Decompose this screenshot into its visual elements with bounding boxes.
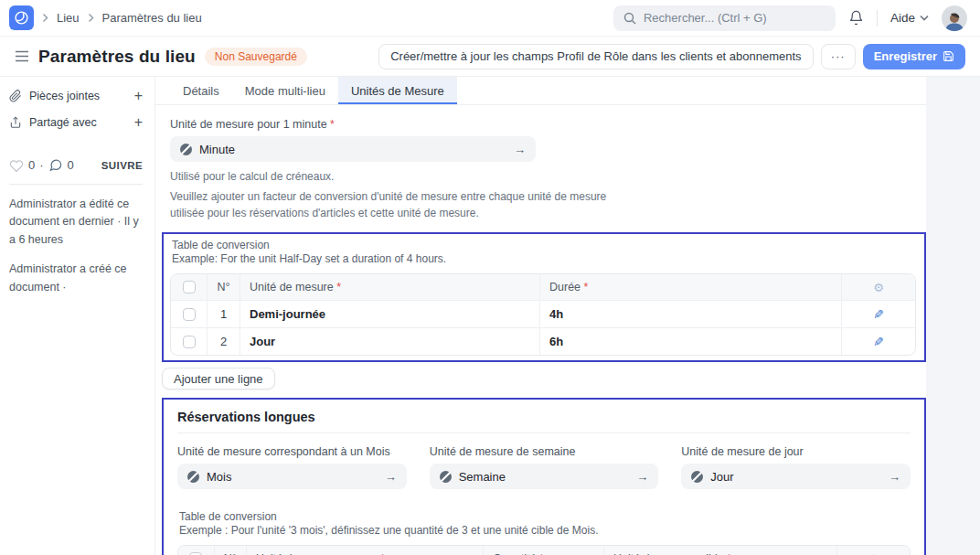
row-index: 1	[208, 301, 240, 327]
table-header-row: N° Unité de mesure * Durée * ⚙	[171, 274, 915, 301]
add-share-button[interactable]: +	[134, 115, 143, 130]
minute-uom-field[interactable]: Minute →	[170, 136, 536, 162]
uom-link-icon	[691, 471, 703, 483]
conversion-table-example: Example: For the unit Half-Day set a dur…	[172, 252, 916, 265]
navbar-divider	[877, 10, 878, 27]
breadcrumb-item-lieu[interactable]: Lieu	[57, 11, 80, 25]
sidebar-divider	[9, 184, 143, 185]
minute-uom-label: Unité de mesure pour 1 minute *	[170, 118, 911, 131]
row-checkbox[interactable]	[183, 336, 196, 348]
status-badge: Non Sauvegardé	[205, 48, 307, 66]
select-all-checkbox[interactable]	[183, 281, 196, 294]
row-index: 2	[208, 328, 240, 355]
col-duration: Durée *	[540, 274, 842, 300]
col-target-uom: Unité de mesure cible *	[604, 546, 837, 555]
table-row: 2 Jour 6h ✎	[171, 328, 915, 355]
page-background	[926, 77, 980, 555]
week-uom-field[interactable]: Semaine →	[430, 464, 659, 489]
add-attachment-button[interactable]: +	[134, 89, 143, 103]
open-link-arrow-icon[interactable]: →	[889, 470, 900, 484]
month-uom-value: Mois	[207, 470, 231, 484]
required-asterisk: *	[330, 118, 335, 131]
shared-label: Partagé avec	[29, 116, 97, 129]
month-uom-label: Unité de mesure correspondant à un Mois	[177, 445, 407, 458]
duration-cell[interactable]: 6h	[540, 328, 842, 355]
form-main: Détails Mode multi-lieu Unités de Mesure…	[155, 77, 926, 555]
top-navbar: Lieu Paramètres du lieu Aide	[0, 0, 980, 37]
share-icon	[9, 116, 22, 129]
long-conversion-table: N° Unité de mesure source * Quantité * U…	[177, 545, 911, 555]
tab-unites-de-mesure[interactable]: Unités de Mesure	[338, 77, 457, 104]
week-uom-group: Unité de mesure de semaine Semaine →	[430, 441, 659, 489]
open-link-arrow-icon[interactable]: →	[385, 470, 397, 484]
open-link-arrow-icon[interactable]: →	[636, 470, 648, 484]
attachments-label: Pièces jointes	[29, 90, 100, 102]
save-floppy-icon	[943, 50, 954, 62]
table-settings-gear-icon[interactable]: ⚙	[842, 274, 915, 300]
help-menu[interactable]: Aide	[890, 11, 929, 25]
form-tabs: Détails Mode multi-lieu Unités de Mesure	[155, 77, 926, 105]
page-title: Paramètres du lieu	[38, 47, 196, 67]
chevron-right-icon	[88, 13, 94, 23]
month-uom-group: Unité de mesure correspondant à un Mois …	[177, 441, 407, 489]
chevron-right-icon	[42, 13, 48, 23]
heart-icon[interactable]	[9, 159, 24, 172]
user-avatar[interactable]	[942, 5, 967, 31]
minute-uom-value: Minute	[199, 143, 235, 156]
save-button[interactable]: Enregistrer	[863, 44, 965, 69]
chevron-down-icon	[920, 15, 929, 21]
week-uom-label: Unité de mesure de semaine	[430, 445, 659, 458]
comment-icon[interactable]	[48, 158, 63, 172]
day-uom-label: Unité de mesure de jour	[681, 445, 911, 458]
open-link-arrow-icon[interactable]: →	[514, 143, 526, 156]
table-settings-gear-icon[interactable]: ⚙	[837, 546, 910, 555]
sidebar-toggle-icon[interactable]	[15, 50, 29, 62]
more-actions-button[interactable]: ···	[821, 44, 856, 69]
col-source-uom: Unité de mesure source *	[247, 546, 484, 555]
activity-last-edited: Administrator a édité ce document en der…	[9, 196, 143, 249]
long-reservations-title: Réservations longues	[177, 410, 911, 433]
uom-link-icon	[180, 144, 192, 155]
uom-link-icon	[187, 471, 199, 483]
follow-button[interactable]: SUIVRE	[101, 160, 143, 171]
day-uom-value: Jour	[710, 470, 733, 484]
add-row-button[interactable]: Ajouter une ligne	[162, 368, 275, 390]
create-update-fields-button[interactable]: Créer/mettre à jour les champs Profil de…	[378, 44, 813, 69]
long-reservations-box: Réservations longues Unité de mesure cor…	[162, 398, 926, 555]
uom-cell[interactable]: Demi-journée	[240, 301, 540, 327]
edit-row-pencil-icon[interactable]: ✎	[873, 307, 884, 322]
dot-separator: ·	[39, 158, 43, 172]
conversion-table-box: Table de conversion Example: For the uni…	[162, 232, 926, 362]
tab-mode-multi-lieu[interactable]: Mode multi-lieu	[232, 77, 338, 104]
page-header: Paramètres du lieu Non Sauvegardé Créer/…	[0, 37, 980, 77]
conversion-help: Veuillez ajouter un facteur de conversio…	[170, 188, 632, 221]
month-uom-field[interactable]: Mois →	[177, 464, 407, 489]
conversion-table-label: Table de conversion	[172, 239, 916, 251]
notifications-bell-icon[interactable]	[848, 10, 864, 26]
conversion-table-label-2: Table de conversion	[179, 510, 911, 523]
uom-link-icon	[440, 471, 452, 483]
day-uom-field[interactable]: Jour →	[681, 464, 911, 489]
attachments-section[interactable]: Pièces jointes +	[9, 89, 143, 103]
uom-cell[interactable]: Jour	[240, 328, 540, 355]
search-input[interactable]	[644, 11, 826, 25]
help-menu-label: Aide	[890, 11, 915, 25]
activity-created: Administrator a créé ce document ·	[9, 261, 143, 296]
global-search[interactable]	[613, 5, 836, 31]
edit-row-pencil-icon[interactable]: ✎	[873, 335, 884, 349]
paperclip-icon	[9, 90, 22, 102]
day-uom-group: Unité de mesure de jour Jour →	[681, 441, 911, 489]
conversion-table: N° Unité de mesure * Durée * ⚙ 1 Demi-jo…	[170, 273, 916, 356]
app-window: Lieu Paramètres du lieu Aide	[0, 0, 980, 555]
duration-cell[interactable]: 4h	[540, 301, 842, 327]
col-uom: Unité de mesure *	[240, 274, 540, 300]
row-checkbox[interactable]	[183, 308, 196, 321]
breadcrumb-item-parametres[interactable]: Paramètres du lieu	[102, 11, 202, 25]
document-sidebar: Pièces jointes + Partagé avec + 0	[0, 77, 155, 555]
search-icon	[623, 12, 636, 25]
tab-details[interactable]: Détails	[170, 77, 232, 104]
shared-section[interactable]: Partagé avec +	[9, 115, 143, 130]
app-logo-icon[interactable]	[9, 5, 34, 30]
conversion-table-example-2: Exemple : Pour l'unité '3 mois', définis…	[179, 524, 911, 537]
likes-row: 0 · 0 SUIVRE	[9, 158, 143, 172]
